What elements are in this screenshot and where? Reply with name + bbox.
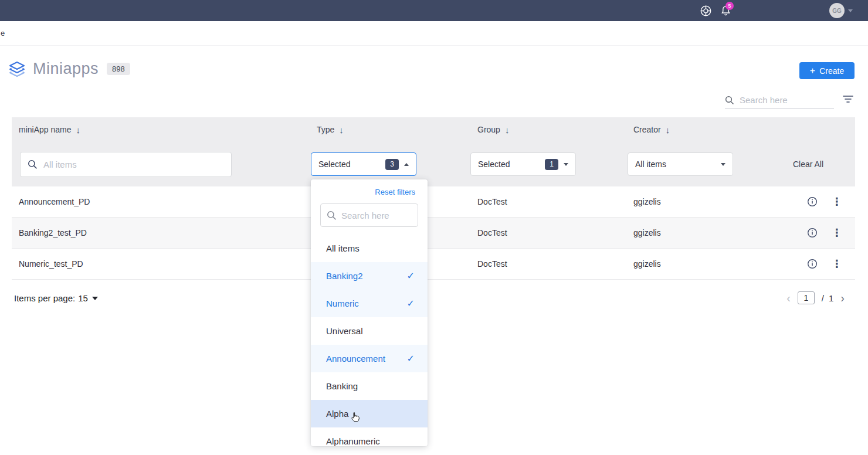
row-creator: ggizelis [626,228,761,237]
current-page-box[interactable]: 1 [798,291,815,304]
creator-filter-select[interactable]: All items [628,152,733,176]
row-creator: ggizelis [626,197,761,206]
info-icon[interactable] [807,259,818,269]
name-filter-input[interactable] [43,159,224,169]
breadcrumb-bar: e [0,21,868,46]
chevron-up-icon [404,163,409,166]
app-root: 5 GG e Miniapps 898 + Create miniApp nam… [0,0,868,455]
info-icon[interactable] [807,228,818,238]
sort-icon [339,125,344,135]
dropdown-option-alphanumeric[interactable]: Alphanumeric [311,427,428,446]
breadcrumb: e [1,29,5,38]
miniapps-layers-icon [8,60,26,77]
type-filter-dropdown: Reset filters All items Banking2 Numeric… [311,179,428,446]
table-header-row: miniApp name Type Group Creator [12,117,855,142]
chevron-down-icon [564,163,568,166]
chevron-down-icon [92,297,98,300]
topbar-right: 5 GG [700,3,868,18]
global-search-input[interactable] [740,95,828,105]
dropdown-option-banking[interactable]: Banking [311,372,428,400]
prev-page-icon[interactable] [786,292,791,304]
check-icon [407,353,415,364]
dropdown-option-banking2[interactable]: Banking2 [311,262,428,290]
row-name: Banking2_test_PD [12,228,310,237]
dropdown-search-field [320,203,418,227]
column-header-name[interactable]: miniApp name [12,125,310,135]
reset-filters-link[interactable]: Reset filters [311,179,428,196]
avatar: GG [829,3,845,18]
type-selected-count: 3 [385,159,399,170]
total-count-badge: 898 [107,63,130,75]
clear-all-button[interactable]: Clear All [793,159,823,169]
dropdown-option-announcement[interactable]: Announcement [311,345,428,372]
table-filter-row: Selected 3 Selected 1 All items Clear Al… [12,142,855,186]
table-row[interactable]: Numeric_test_PD DocTest ggizelis [12,249,855,280]
items-per-page[interactable]: Items per page: 15 [14,293,98,303]
group-selected-count: 1 [545,159,558,170]
table-row[interactable]: Banking2_test_PD DocTest ggizelis [12,218,855,249]
global-search [725,91,834,109]
topbar: 5 GG [0,0,868,21]
search-icon [725,96,734,105]
dropdown-options: All items Banking2 Numeric Universal Ann… [311,235,428,446]
dropdown-search-input[interactable] [341,210,412,220]
items-per-page-label: Items per page: [14,293,75,303]
chevron-down-icon [848,9,853,12]
row-group: DocTest [470,228,626,237]
info-icon[interactable] [807,196,818,207]
page-title: Miniapps [33,60,99,78]
notifications-button[interactable]: 5 [721,5,731,16]
user-menu[interactable]: GG [829,3,853,18]
plus-icon: + [810,66,815,76]
group-filter-select[interactable]: Selected 1 [470,152,576,176]
row-group: DocTest [470,197,626,206]
dropdown-option-numeric[interactable]: Numeric [311,290,428,317]
type-filter-select[interactable]: Selected 3 [311,152,416,176]
miniapps-table: miniApp name Type Group Creator Selected… [12,117,855,280]
filter-icon[interactable] [843,95,853,103]
page-header: Miniapps 898 [8,60,130,78]
kebab-menu-icon[interactable] [832,228,842,238]
table-row[interactable]: Announcement_PD DocTest ggizelis [12,186,855,218]
pagination: 1 / 1 [786,291,845,304]
search-icon [28,159,38,169]
column-header-creator[interactable]: Creator [626,125,761,135]
check-icon [407,298,415,309]
sort-icon [76,125,81,135]
dropdown-option-all-items[interactable]: All items [311,235,428,262]
dropdown-option-universal[interactable]: Universal [311,317,428,345]
column-header-type[interactable]: Type [310,125,470,135]
kebab-menu-icon[interactable] [832,196,842,207]
kebab-menu-icon[interactable] [832,259,842,269]
chevron-down-icon [721,163,725,166]
row-name: Numeric_test_PD [12,259,310,269]
row-group: DocTest [470,259,626,269]
name-filter-field [20,152,232,177]
items-per-page-value: 15 [78,293,88,303]
help-wheel-icon[interactable] [700,5,712,17]
sort-icon [505,125,510,135]
search-icon [327,210,337,220]
notification-badge: 5 [725,2,734,10]
row-creator: ggizelis [626,259,761,269]
next-page-icon[interactable] [840,292,845,304]
create-button-label: Create [819,66,844,76]
create-button[interactable]: + Create [799,62,855,79]
dropdown-option-alpha[interactable]: Alpha [311,400,428,427]
sort-icon [666,125,670,135]
row-name: Announcement_PD [12,197,310,206]
total-pages: / 1 [822,293,834,303]
check-icon [407,270,415,281]
column-header-group[interactable]: Group [470,125,626,135]
